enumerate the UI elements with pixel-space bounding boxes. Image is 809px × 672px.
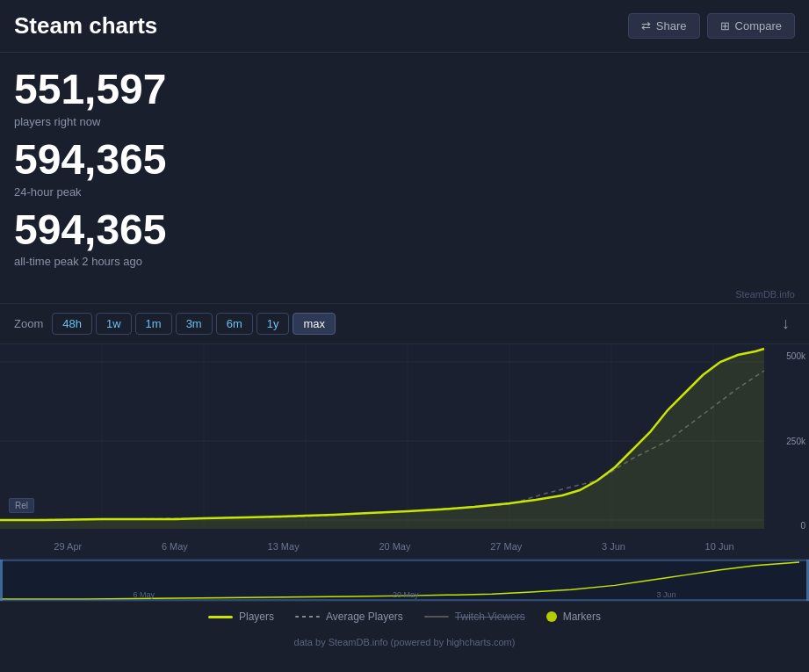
current-players-label: players right now bbox=[14, 115, 795, 128]
peak-24h-label: 24-hour peak bbox=[14, 185, 795, 199]
current-players-block: 551,597 players right now bbox=[14, 67, 795, 128]
markers-dot-indicator bbox=[546, 611, 557, 622]
players-legend-label: Players bbox=[239, 611, 274, 623]
rel-badge: Rel bbox=[9, 498, 34, 513]
x-label-jun10: 10 Jun bbox=[705, 541, 734, 552]
zoom-3m-button[interactable]: 3m bbox=[176, 313, 213, 335]
svg-rect-11 bbox=[0, 560, 809, 601]
share-button[interactable]: ⇄ Share bbox=[628, 13, 700, 39]
markers-legend-label: Markers bbox=[563, 611, 601, 623]
svg-rect-12 bbox=[0, 560, 3, 601]
header: Steam charts ⇄ Share ⊞ Compare bbox=[0, 0, 809, 53]
x-axis: 29 Apr 6 May 13 May 20 May 27 May 3 Jun … bbox=[0, 538, 809, 560]
zoom-label: Zoom bbox=[14, 317, 43, 330]
twitch-legend-label: Twitch Viewers bbox=[455, 611, 525, 623]
x-label-may13: 13 May bbox=[268, 541, 300, 552]
steamdb-attribution: SteamDB.info bbox=[0, 285, 809, 303]
all-time-peak-value: 594,365 bbox=[14, 207, 795, 254]
header-action-buttons: ⇄ Share ⊞ Compare bbox=[628, 13, 795, 39]
download-button[interactable]: ↓ bbox=[776, 313, 795, 335]
compare-icon: ⊞ bbox=[720, 19, 730, 33]
x-label-may20: 20 May bbox=[379, 541, 410, 552]
app-title: Steam charts bbox=[14, 12, 157, 40]
data-credit: data by SteamDB.info (powered by highcha… bbox=[0, 632, 809, 653]
zoom-6m-button[interactable]: 6m bbox=[216, 313, 253, 335]
chart-controls: Zoom 48h 1w 1m 3m 6m 1y max ↓ bbox=[0, 303, 809, 344]
peak-24h-block: 594,365 24-hour peak bbox=[14, 137, 795, 199]
x-label-may6: 6 May bbox=[162, 541, 188, 552]
avg-players-legend-label: Average Players bbox=[326, 611, 403, 623]
legend-twitch: Twitch Viewers bbox=[424, 611, 525, 623]
zoom-1w-button[interactable]: 1w bbox=[96, 313, 132, 335]
legend-avg-players: Average Players bbox=[295, 611, 403, 623]
peak-24h-value: 594,365 bbox=[14, 137, 795, 184]
current-players-value: 551,597 bbox=[14, 67, 795, 113]
svg-marker-10 bbox=[0, 349, 764, 529]
compare-button[interactable]: ⊞ Compare bbox=[707, 13, 795, 39]
svg-rect-14 bbox=[0, 560, 809, 561]
all-time-peak-block: 594,365 all-time peak 2 hours ago bbox=[14, 207, 795, 269]
share-icon: ⇄ bbox=[641, 19, 651, 33]
main-chart-area: 500k 250k 0 Rel bbox=[0, 344, 809, 538]
x-label-jun3: 3 Jun bbox=[602, 541, 625, 552]
all-time-peak-label: all-time peak 2 hours ago bbox=[14, 255, 795, 268]
stats-section: 551,597 players right now 594,365 24-hou… bbox=[0, 53, 809, 285]
zoom-1y-button[interactable]: 1y bbox=[256, 313, 290, 335]
zoom-1m-button[interactable]: 1m bbox=[135, 313, 172, 335]
zoom-max-button[interactable]: max bbox=[293, 313, 336, 335]
zoom-48h-button[interactable]: 48h bbox=[52, 313, 92, 335]
avg-players-line-indicator bbox=[295, 616, 320, 618]
legend-markers: Markers bbox=[546, 611, 601, 623]
legend-players: Players bbox=[208, 611, 274, 623]
chart-legend: Players Average Players Twitch Viewers M… bbox=[0, 602, 809, 632]
main-chart-svg bbox=[0, 344, 809, 538]
x-label-may27: 27 May bbox=[490, 541, 522, 552]
players-line-indicator bbox=[208, 616, 233, 618]
svg-rect-15 bbox=[0, 599, 809, 601]
twitch-line-indicator bbox=[424, 616, 449, 618]
mini-chart[interactable]: 6 May 20 May 3 Jun bbox=[0, 560, 809, 602]
x-label-apr29: 29 Apr bbox=[54, 541, 82, 552]
mini-chart-svg bbox=[0, 560, 809, 601]
